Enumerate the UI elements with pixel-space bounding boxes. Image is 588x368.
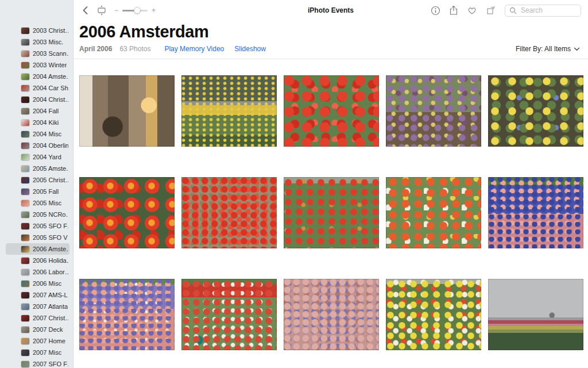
sidebar-item-2003-winter[interactable]: 2003 Winter — [6, 59, 69, 71]
event-thumbnail — [21, 246, 29, 252]
sidebar-item-2003-scann[interactable]: 2003 Scann… — [6, 48, 69, 59]
photo-thumbnail-14[interactable] — [386, 279, 481, 350]
slideshow-link[interactable]: Slideshow — [234, 45, 266, 53]
sidebar-item-2007-christ[interactable]: 2007 Christ… — [6, 312, 69, 324]
event-thumbnail — [21, 74, 29, 80]
sidebar-item-2007-ams-l[interactable]: 2007 AMS-L… — [6, 289, 69, 301]
photo-thumbnail-9[interactable] — [386, 177, 481, 248]
event-thumbnail — [21, 350, 29, 356]
event-thumbnail — [21, 154, 29, 160]
sidebar-item-2005-sfo-v[interactable]: 2005 SFO V… — [6, 232, 69, 243]
sidebar-item-2004-fall[interactable]: 2004 Fall — [6, 105, 69, 117]
event-thumbnail — [21, 28, 29, 34]
sidebar-item-2003-misc[interactable]: 2003 Misc. — [6, 36, 69, 48]
zoom-fit-button[interactable] — [96, 5, 107, 16]
sidebar-item-2006-labor[interactable]: 2006 Labor… — [6, 266, 69, 278]
photo-thumbnail-12[interactable] — [181, 279, 277, 350]
sidebar-item-label: 2007 Christ… — [33, 315, 68, 321]
sidebar-item-2007-misc[interactable]: 2007 Misc — [6, 347, 69, 358]
event-thumbnail — [21, 269, 29, 275]
sidebar-item-2005-ncro[interactable]: 2005 NCRo… — [6, 209, 69, 220]
zoom-in-label[interactable]: + — [152, 6, 156, 14]
info-icon[interactable] — [431, 6, 440, 16]
thumbnail-zoom-slider[interactable]: − + — [114, 6, 156, 14]
search-input[interactable] — [520, 6, 577, 15]
sidebar-item-2004-misc[interactable]: 2004 Misc — [6, 128, 69, 140]
back-button[interactable] — [82, 5, 89, 16]
sidebar-item-label: 2007 AMS-L… — [33, 292, 68, 298]
event-thumbnail — [21, 223, 29, 229]
sidebar-item-label: 2007 Misc — [33, 349, 61, 356]
sidebar-item-2005-amste[interactable]: 2005 Amste… — [6, 163, 69, 174]
event-thumbnail — [21, 85, 29, 91]
event-thumbnail — [21, 143, 29, 149]
photo-thumbnail-5[interactable] — [488, 75, 583, 147]
sidebar-item-2006-holida[interactable]: 2006 Holida… — [6, 255, 69, 266]
sidebar-item-label: 2007 Atlanta — [33, 303, 68, 310]
event-thumbnail — [21, 327, 29, 333]
sidebar-item-2004-yard[interactable]: 2004 Yard — [6, 151, 69, 163]
zoom-out-label[interactable]: − — [114, 6, 118, 14]
sidebar-item-label: 2005 Fall — [33, 188, 59, 195]
sidebar-item-2007-sfo-f[interactable]: 2007 SFO F… — [6, 358, 69, 368]
sidebar-item-label: 2005 NCRo… — [33, 211, 68, 218]
sidebar-item-label: 2006 Misc — [33, 280, 61, 287]
sidebar-item-2005-fall[interactable]: 2005 Fall — [6, 186, 69, 197]
photo-thumbnail-10[interactable] — [488, 177, 583, 248]
photo-thumbnail-6[interactable] — [79, 177, 175, 248]
play-memory-video-link[interactable]: Play Memory Video — [164, 45, 224, 53]
photo-thumbnail-4[interactable] — [386, 75, 481, 147]
toolbar: − + iPhoto Events — [74, 0, 588, 21]
photo-thumbnail-13[interactable] — [284, 279, 379, 350]
sidebar-item-2007-home[interactable]: 2007 Home — [6, 335, 69, 347]
sidebar-list: 2003 Christ…2003 Misc.2003 Scann…2003 Wi… — [0, 0, 74, 368]
sidebar-item-2004-oberlin[interactable]: 2004 Oberlin — [6, 140, 69, 151]
sidebar-item-label: 2003 Misc. — [33, 39, 63, 45]
sidebar-item-label: 2004 Christ… — [33, 96, 68, 103]
sidebar-item-label: 2005 Misc — [33, 200, 61, 206]
share-icon[interactable] — [449, 5, 458, 16]
sidebar-item-2007-atlanta[interactable]: 2007 Atlanta — [6, 301, 69, 312]
page-title: 2006 Amsterdam — [79, 22, 580, 41]
event-thumbnail — [21, 338, 29, 344]
sidebar-item-label: 2006 Holida… — [33, 257, 68, 264]
rotate-icon[interactable] — [486, 5, 496, 16]
search-field[interactable] — [505, 5, 581, 17]
sidebar-item-2004-kiki[interactable]: 2004 Kiki — [6, 117, 69, 128]
main-content: − + iPhoto Events — [74, 0, 588, 368]
zoom-slider-thumb[interactable] — [134, 7, 141, 14]
photo-thumbnail-7[interactable] — [181, 177, 277, 248]
sidebar-item-2006-misc[interactable]: 2006 Misc — [6, 278, 69, 289]
sidebar-item-2005-christ[interactable]: 2005 Christ… — [6, 174, 69, 186]
event-thumbnail — [21, 200, 29, 206]
search-icon — [509, 7, 517, 14]
sidebar-item-2004-christ[interactable]: 2004 Christ… — [6, 94, 69, 105]
photo-thumbnail-3[interactable] — [284, 75, 379, 147]
event-thumbnail — [21, 166, 29, 172]
photo-thumbnail-15[interactable] — [488, 279, 583, 350]
sidebar-item-label: 2007 Deck — [33, 326, 63, 333]
photo-thumbnail-11[interactable] — [79, 279, 175, 350]
event-thumbnail — [21, 235, 29, 241]
sidebar-item-2004-car-sh[interactable]: 2004 Car Sh… — [6, 82, 69, 94]
event-thumbnail — [21, 361, 29, 367]
filter-label: Filter By: All Items — [516, 45, 571, 53]
sidebar-item-2007-deck[interactable]: 2007 Deck — [6, 324, 69, 335]
sidebar-item-2005-misc[interactable]: 2005 Misc — [6, 197, 69, 209]
zoom-slider-track[interactable] — [122, 10, 148, 12]
sidebar-item-label: 2005 Amste… — [33, 165, 68, 172]
event-thumbnail — [21, 189, 29, 195]
sidebar-item-label: 2005 Christ… — [33, 177, 68, 183]
sidebar-item-2004-amste[interactable]: 2004 Amste… — [6, 71, 69, 82]
sidebar-item-label: 2005 SFO V… — [33, 234, 68, 241]
event-thumbnail — [21, 292, 29, 298]
photo-thumbnail-2[interactable] — [181, 75, 277, 147]
event-thumbnail — [21, 108, 29, 114]
sidebar-item-2003-christ[interactable]: 2003 Christ… — [6, 25, 69, 36]
favorite-heart-icon[interactable] — [467, 6, 477, 15]
sidebar-item-2006-amste[interactable]: 2006 Amste… — [6, 243, 69, 255]
photo-thumbnail-8[interactable] — [284, 177, 379, 248]
photo-thumbnail-1[interactable] — [79, 75, 175, 147]
sidebar-item-2005-sfo-f[interactable]: 2005 SFO F… — [6, 220, 69, 232]
filter-dropdown[interactable]: Filter By: All Items — [516, 45, 580, 53]
